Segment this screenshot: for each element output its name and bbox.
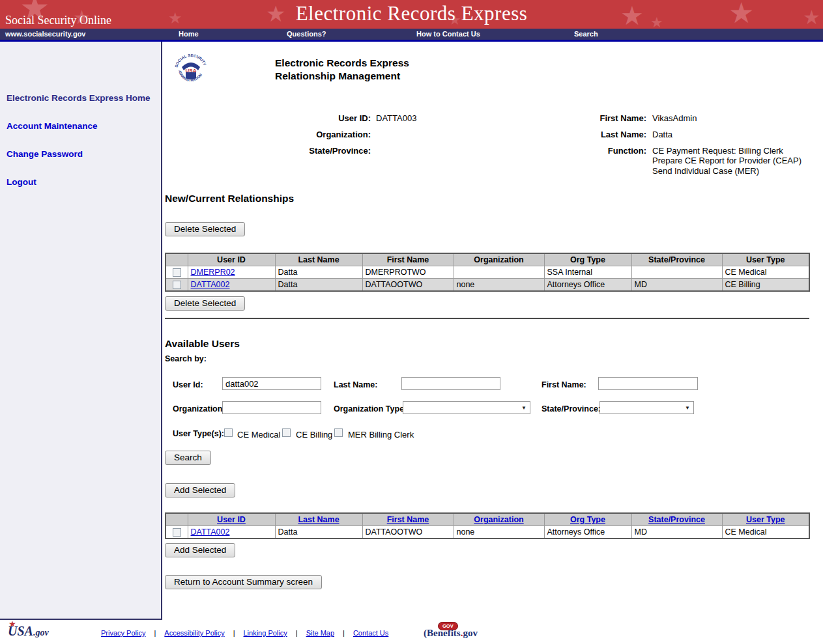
state-province-field-label: State/Province: (541, 404, 601, 413)
function-value: CE Payment Request: Billing Clerk Prepar… (646, 146, 820, 176)
relationships-table: User ID Last Name First Name Organizatio… (165, 253, 810, 292)
table-header-row: User ID Last Name First Name Organizatio… (166, 513, 809, 526)
svg-text:USA: USA (186, 68, 197, 74)
user-type-ce-billing-checkbox[interactable] (282, 428, 291, 437)
user-id-field-label: User Id: (173, 380, 203, 389)
nav-questions-link[interactable]: Questions? (287, 30, 326, 38)
sort-state-province-link[interactable]: State/Province (648, 515, 705, 524)
search-by-label: Search by: (165, 354, 207, 363)
sort-org-type-link[interactable]: Org Type (570, 515, 605, 524)
organization-value (371, 130, 568, 146)
page: ★ ★ ★ ★ ★ ★ ★ ★ ★ Social Security Online… (0, 0, 823, 644)
link-separator: | (154, 629, 156, 637)
link-separator: | (296, 629, 298, 637)
sidebar-item-logout[interactable]: Logout (7, 176, 152, 188)
section-divider (165, 318, 809, 319)
nav-contact-link[interactable]: How to Contact Us (416, 30, 480, 38)
add-selected-button-bottom[interactable]: Add Selected (165, 543, 235, 557)
user-id-value: DATTA003 (371, 113, 568, 130)
first-name-field-label: First Name: (541, 380, 586, 389)
sidebar-item-ere-home[interactable]: Electronic Records Express Home (7, 92, 152, 104)
add-selected-button-top[interactable]: Add Selected (165, 483, 235, 497)
footer: ★USA.gov Privacy Policy|Accessibility Po… (0, 620, 823, 644)
user-info: User ID: DATTA003 First Name: VikasAdmin… (164, 113, 820, 176)
nav-home-link[interactable]: Home (179, 30, 199, 38)
link-separator: | (343, 629, 345, 637)
user-id-link[interactable]: DATTA002 (191, 527, 230, 537)
state-province-value (371, 146, 568, 176)
first-name-value: VikasAdmin (646, 113, 820, 130)
chevron-down-icon: ▼ (521, 405, 527, 411)
linking-policy-link[interactable]: Linking Policy (244, 629, 287, 637)
header-banner: ★ ★ ★ ★ ★ ★ ★ ★ ★ Social Security Online… (0, 0, 823, 29)
state-province-select[interactable]: ▼ (599, 401, 694, 414)
function-label: Function: (568, 146, 646, 176)
user-type-ce-medical-checkbox[interactable] (224, 428, 233, 437)
user-type-ce-billing-label: CE Billing (296, 430, 332, 440)
table-row: DMERPR02 Datta DMERPROTWO SSA Internal C… (166, 266, 809, 279)
last-name-field-label: Last Name: (334, 380, 377, 389)
footer-links: Privacy Policy|Accessibility Policy|Link… (101, 629, 388, 637)
state-province-label: State/Province: (164, 146, 371, 176)
relationships-heading: New/Current Relationships (165, 193, 294, 204)
nav-site-url[interactable]: www.socialsecurity.gov (5, 30, 86, 38)
user-type-ce-medical-label: CE Medical (237, 430, 280, 440)
user-id-link[interactable]: DMERPR02 (191, 268, 235, 277)
sort-last-name-link[interactable]: Last Name (298, 515, 339, 524)
search-button[interactable]: Search (165, 451, 211, 465)
table-header-row: User ID Last Name First Name Organizatio… (166, 253, 809, 266)
user-id-input[interactable] (222, 377, 321, 390)
last-name-input[interactable] (401, 377, 500, 390)
available-users-table: User ID Last Name First Name Organizatio… (165, 512, 810, 539)
top-navbar: www.socialsecurity.gov Home Questions? H… (0, 29, 823, 40)
table-row: DATTA002 Datta DATTAOOTWO none Attorneys… (166, 279, 809, 292)
chevron-down-icon: ▼ (685, 405, 690, 411)
return-to-account-summary-button[interactable]: Return to Account Summary screen (165, 575, 322, 589)
sort-user-type-link[interactable]: User Type (746, 515, 785, 524)
star-icon: ★ (9, 620, 16, 628)
table-row: DATTA002 Datta DATTAOOTWO none Attorneys… (166, 526, 809, 539)
last-name-label: Last Name: (568, 130, 646, 146)
sidebar-item-change-password[interactable]: Change Password (7, 148, 152, 160)
user-types-label: User Type(s): (173, 429, 224, 438)
delete-selected-button-top[interactable]: Delete Selected (165, 222, 245, 236)
organization-label: Organization: (164, 130, 371, 146)
user-id-link[interactable]: DATTA002 (191, 280, 230, 289)
ssa-seal-logo: SOCIAL SECURITY ADMINISTRATION USA (174, 53, 208, 89)
nav-search-link[interactable]: Search (574, 30, 598, 38)
last-name-value: Datta (646, 130, 820, 146)
row-select-checkbox[interactable] (173, 528, 181, 537)
organization-type-label: Organization Type: (334, 404, 407, 413)
available-users-heading: Available Users (165, 338, 240, 350)
user-type-mer-billing-clerk-checkbox[interactable] (334, 428, 343, 437)
organization-field-label: Organization: (173, 404, 225, 413)
benefits-gov-logo[interactable]: GOV (Benefits.gov (424, 622, 489, 643)
first-name-input[interactable] (598, 377, 698, 390)
link-separator: | (233, 629, 235, 637)
sort-user-id-link[interactable]: User ID (217, 515, 246, 524)
privacy-policy-link[interactable]: Privacy Policy (101, 629, 145, 637)
user-id-label: User ID: (164, 113, 371, 130)
first-name-label: First Name: (568, 113, 646, 130)
sidebar-item-account-maintenance[interactable]: Account Maintenance (7, 120, 152, 132)
usa-gov-logo[interactable]: ★USA.gov (8, 624, 49, 639)
organization-type-select[interactable]: ▼ (403, 401, 530, 414)
main-content: SOCIAL SECURITY ADMINISTRATION USA Elect… (164, 42, 823, 620)
app-title: Electronic Records Express (0, 2, 823, 25)
user-type-mer-billing-clerk-label: MER Billing Clerk (348, 430, 414, 440)
row-select-checkbox[interactable] (173, 268, 181, 277)
contact-us-link[interactable]: Contact Us (353, 629, 388, 637)
page-title: Electronic Records Express Relationship … (275, 57, 409, 82)
sort-organization-link[interactable]: Organization (474, 515, 523, 524)
accessibility-policy-link[interactable]: Accessibility Policy (164, 629, 224, 637)
sort-first-name-link[interactable]: First Name (387, 515, 429, 524)
site-map-link[interactable]: Site Map (306, 629, 334, 637)
organization-input[interactable] (222, 401, 321, 414)
row-select-checkbox[interactable] (173, 281, 181, 289)
delete-selected-button-bottom[interactable]: Delete Selected (165, 296, 245, 311)
sidebar: Electronic Records Express Home Account … (0, 42, 162, 620)
